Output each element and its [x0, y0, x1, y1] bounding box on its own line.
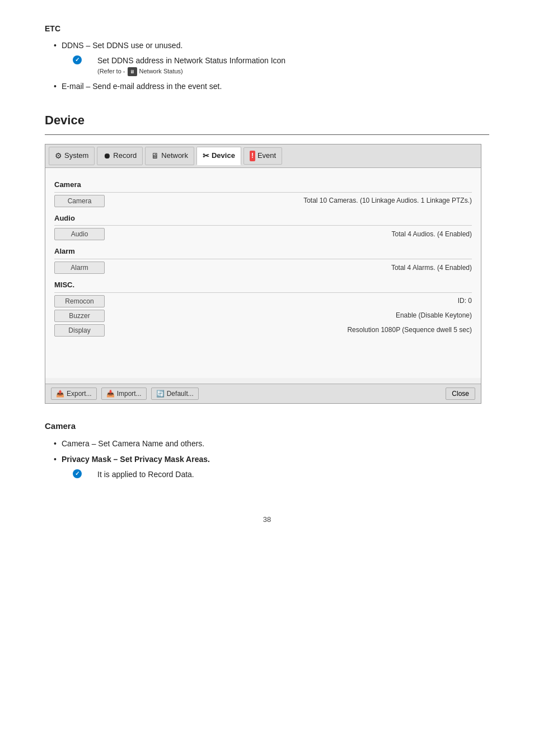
panel-alarm-row: Alarm Total 4 Alarms. (4 Enabled)	[54, 262, 472, 274]
camera-bullet-1: Camera – Set Camera Name and others.	[54, 437, 489, 450]
network-icon: 🖥	[151, 150, 159, 162]
camera-sub-list: ✓ It is applied to Record Data.	[73, 468, 489, 480]
camera-section-title: Camera	[45, 419, 489, 433]
etc-section: ETC DDNS – Set DDNS use or unused. ✓ Set…	[45, 22, 489, 92]
etc-bullet-1-text: DDNS – Set DDNS use or unused.	[62, 41, 182, 50]
buzzer-value: Enable (Disable Keytone)	[396, 310, 472, 321]
tab-bar: ⚙ System ⏺ Record 🖥 Network ✂ Device ! E…	[45, 144, 481, 167]
etc-bullet-1: DDNS – Set DDNS use or unused. ✓ Set DDN…	[54, 39, 489, 76]
panel-alarm-label: Alarm	[54, 246, 472, 259]
etc-bullet-2-text: E-mail – Send e-mail address in the even…	[62, 82, 222, 91]
import-label: Import...	[117, 390, 142, 398]
camera-sub-bullet-1: ✓ It is applied to Record Data.	[73, 468, 489, 480]
camera-section: Camera Camera – Set Camera Name and othe…	[45, 419, 489, 480]
alarm-button[interactable]: Alarm	[54, 262, 105, 274]
tab-event[interactable]: ! Event	[243, 147, 282, 165]
default-icon: 🔄	[156, 390, 165, 398]
audio-button[interactable]: Audio	[54, 228, 105, 240]
etc-title: ETC	[45, 22, 489, 35]
tab-system[interactable]: ⚙ System	[49, 147, 95, 165]
camera-bullet-2-text: Privacy Mask – Set Privacy Mask Areas.	[62, 455, 210, 464]
camera-sub-bullet-1-text: It is applied to Record Data.	[85, 468, 489, 480]
export-label: Export...	[67, 390, 92, 398]
import-icon: 📥	[106, 390, 115, 398]
remocon-button[interactable]: Remocon	[54, 295, 105, 307]
device-divider	[45, 134, 489, 135]
display-button[interactable]: Display	[54, 324, 105, 337]
panel-audio-row: Audio Total 4 Audios. (4 Enabled)	[54, 228, 472, 240]
audio-value: Total 4 Audios. (4 Enabled)	[392, 229, 472, 240]
default-label: Default...	[167, 390, 194, 398]
camera-bullet-2: Privacy Mask – Set Privacy Mask Areas. ✓…	[54, 453, 489, 480]
refer-text: (Refer to - 🖥 Network Status)	[97, 67, 489, 77]
camera-value: Total 10 Cameras. (10 Linkage Audios. 1 …	[303, 195, 472, 206]
blue-circle-2-icon: ✓	[73, 469, 82, 478]
page-number: 38	[45, 514, 489, 526]
camera-button[interactable]: Camera	[54, 195, 105, 207]
tab-device[interactable]: ✂ Device	[196, 147, 241, 165]
import-button[interactable]: 📥 Import...	[101, 388, 147, 400]
panel-spacer	[54, 339, 472, 372]
buzzer-button[interactable]: Buzzer	[54, 310, 105, 322]
blue-circle-icon: ✓	[73, 55, 82, 64]
tab-network-label: Network	[161, 150, 188, 162]
tab-record[interactable]: ⏺ Record	[97, 147, 143, 165]
record-icon: ⏺	[103, 150, 111, 162]
default-button[interactable]: 🔄 Default...	[151, 388, 199, 400]
etc-bullet-2: E-mail – Send e-mail address in the even…	[54, 80, 489, 92]
panel-misc-label: MISC.	[54, 279, 472, 293]
tab-device-label: Device	[212, 150, 235, 162]
export-button[interactable]: 📤 Export...	[51, 388, 97, 400]
camera-bullet-1-text: Camera – Set Camera Name and others.	[62, 439, 204, 448]
device-section: Device ⚙ System ⏺ Record 🖥 Network ✂ Dev…	[45, 110, 489, 404]
panel-remocon-row: Remocon ID: 0	[54, 295, 472, 307]
panel-footer: 📤 Export... 📥 Import... 🔄 Default... Clo…	[45, 384, 481, 403]
tab-record-label: Record	[113, 150, 137, 162]
remocon-value: ID: 0	[458, 296, 472, 306]
close-button[interactable]: Close	[446, 388, 475, 400]
export-icon: 📤	[56, 390, 64, 398]
tab-event-label: Event	[257, 150, 276, 162]
system-icon: ⚙	[55, 150, 62, 162]
tab-system-label: System	[64, 150, 88, 162]
panel-display-row: Display Resolution 1080P (Sequence dwell…	[54, 324, 472, 337]
network-status-icon: 🖥	[128, 67, 137, 76]
panel-audio-label: Audio	[54, 213, 472, 226]
display-value: Resolution 1080P (Sequence dwell 5 sec)	[347, 325, 472, 335]
ui-panel: ⚙ System ⏺ Record 🖥 Network ✂ Device ! E…	[45, 144, 481, 404]
etc-sub-bullet-1: ✓ Set DDNS address in Network Status Inf…	[73, 54, 489, 77]
etc-sub-list-1: ✓ Set DDNS address in Network Status Inf…	[73, 54, 489, 77]
camera-bullet-list: Camera – Set Camera Name and others. Pri…	[54, 437, 489, 480]
event-icon: !	[250, 151, 255, 161]
panel-camera-label: Camera	[54, 179, 472, 193]
device-icon: ✂	[203, 150, 209, 162]
panel-camera-row: Camera Total 10 Cameras. (10 Linkage Aud…	[54, 195, 472, 207]
alarm-value: Total 4 Alarms. (4 Enabled)	[391, 263, 472, 273]
etc-bullet-list: DDNS – Set DDNS use or unused. ✓ Set DDN…	[54, 39, 489, 92]
device-title: Device	[45, 110, 489, 130]
panel-buzzer-row: Buzzer Enable (Disable Keytone)	[54, 310, 472, 322]
tab-network[interactable]: 🖥 Network	[145, 147, 194, 165]
panel-body: Camera Camera Total 10 Cameras. (10 Link…	[45, 168, 481, 378]
etc-sub-bullet-1-text: Set DDNS address in Network Status Infor…	[85, 54, 489, 67]
